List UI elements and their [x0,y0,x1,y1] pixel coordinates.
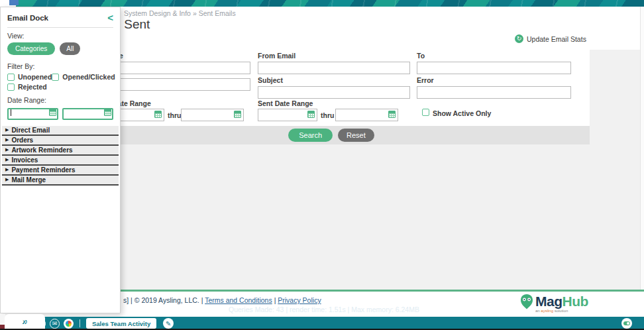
copyright-text: s] | © 2019 Aysling, LLC. | [123,296,203,304]
calendar-icon[interactable] [388,111,396,118]
thru-label: thru [321,111,334,119]
expand-triangle-icon: ▶ [5,147,9,152]
dock-category-list: ▶ Direct Email ▶ Orders ▶ Artwork Remind… [2,126,119,186]
dock-category-orders[interactable]: ▶ Orders [2,136,119,146]
reset-button[interactable]: Reset [338,129,374,142]
terms-link[interactable]: Terms and Conditions [205,296,272,304]
refresh-icon: ↻ [515,34,523,43]
logo-mag-text: Mag [535,294,563,309]
show-active-only-checkbox[interactable] [422,109,429,116]
expand-triangle-icon: ▶ [5,157,9,162]
sent-date-range-label: Sent Date Range [258,99,390,107]
opened-clicked-checkbox[interactable] [52,74,59,81]
update-email-stats-label: Update Email Stats [527,35,586,43]
view-all-button[interactable]: All [60,42,80,55]
unopened-label: Unopened [18,73,52,81]
clock-icon[interactable]: ◷ [22,319,32,329]
subject-input[interactable] [258,86,410,99]
dock-category-payment-reminders[interactable]: ▶ Payment Reminders [2,166,119,176]
logo-tagline: an aysling solution [535,309,588,313]
dock-category-artwork-reminders[interactable]: ▶ Artwork Reminders [2,146,119,156]
link-separator: | [274,296,276,304]
expand-triangle-icon: ▶ [5,177,9,182]
dock-category-invoices[interactable]: ▶ Invoices [2,156,119,166]
logo-hub-text: Hub [563,294,588,309]
colorful-pinwheel-icon[interactable] [64,319,74,329]
sales-team-activity-button[interactable]: Sales Team Activity [86,318,156,329]
rejected-label: Rejected [18,83,47,91]
collapse-dock-icon[interactable]: < [107,13,113,23]
bottom-toolbar: » ◷ ✉ ✉ Sales Team Activity ✎ [0,317,644,330]
dock-category-mail-merge[interactable]: ▶ Mail Merge [2,176,119,186]
toolbar-icons: ◷ ✉ ✉ Sales Team Activity ✎ [22,318,174,329]
status-toggle-icon[interactable] [621,318,632,329]
text-cursor [11,109,11,116]
from-email-label: From Email [258,52,410,60]
email-dock-panel: Email Dock < View: Categories All Filter… [0,7,121,313]
thru-label: thru [168,111,181,119]
app-screen: System Design & Info » Sent Emails Email… [0,0,644,330]
view-label: View: [7,32,113,40]
calendar-icon[interactable] [49,109,56,116]
search-form-panel: From Name From Email To Subject Error Cr… [73,50,590,126]
dock-category-direct-email[interactable]: ▶ Direct Email [2,126,119,136]
calendar-icon[interactable] [307,111,315,118]
filter-by-label: Filter By: [7,62,113,70]
expand-triangle-icon: ▶ [5,127,9,133]
dock-title: Email Dock [7,14,48,22]
to-label: To [417,52,571,60]
privacy-link[interactable]: Privacy Policy [278,296,321,304]
rejected-checkbox[interactable] [7,83,15,91]
toolbar-divider [80,319,80,327]
envelope-open-icon[interactable]: ✉ [50,319,60,329]
search-button[interactable]: Search [288,129,333,142]
envelope-icon[interactable]: ✉ [36,319,46,329]
top-banner-pattern [16,0,644,7]
blue-chip [9,0,19,5]
dock-divider [7,27,113,28]
subject-label: Subject [258,76,410,84]
maghub-owl-icon [520,294,533,309]
update-email-stats-button[interactable]: ↻ Update Email Stats [515,34,586,43]
calendar-icon[interactable] [104,109,111,116]
form-actions-bar: Search Reset [73,126,590,144]
to-input[interactable] [417,62,571,74]
view-categories-button[interactable]: Categories [7,42,55,55]
copyright-line: s] | © 2019 Aysling, LLC. | Terms and Co… [123,296,321,304]
unopened-checkbox[interactable] [7,74,15,81]
show-active-only-label: Show Active Only [433,109,491,117]
error-input[interactable] [417,86,571,99]
error-label: Error [417,76,571,84]
from-email-input[interactable] [258,62,410,74]
opened-clicked-label: Opened/Clicked [62,73,115,81]
expand-triangle-icon: ▶ [5,137,9,142]
debug-stats-text: Queries Made: 43 | render time: 1.51s | … [229,305,419,313]
breadcrumb: System Design & Info » Sent Emails [124,9,236,17]
calendar-icon[interactable] [234,111,241,118]
expand-triangle-icon: ▶ [5,167,9,172]
pencil-icon[interactable]: ✎ [163,318,174,329]
maghub-logo: MagHub an aysling solution [520,294,588,313]
dock-date-range-label: Date Range: [7,96,113,104]
scrollbar-track[interactable] [640,7,644,317]
calendar-icon[interactable] [154,111,162,118]
